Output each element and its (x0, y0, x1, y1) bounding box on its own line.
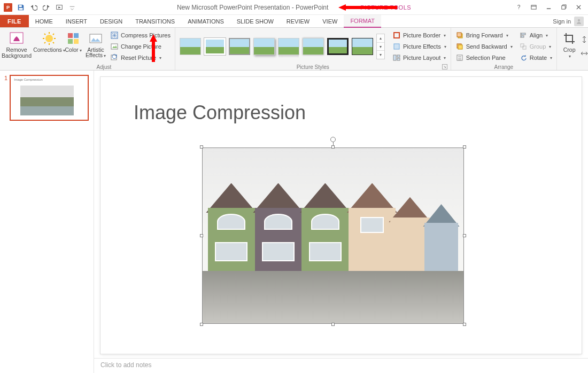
svg-rect-17 (394, 33, 399, 38)
slide[interactable]: Image Compression (100, 77, 582, 354)
save-button[interactable] (15, 2, 27, 13)
picture-layout-button[interactable]: Picture Layout▾ (391, 52, 447, 63)
color-button[interactable]: Color▾ (64, 30, 82, 63)
title-bar: P New Microsoft PowerPoint Presentation … (0, 0, 588, 15)
resize-handle-ml[interactable] (200, 234, 203, 237)
close-button[interactable] (572, 2, 585, 13)
selection-pane-button[interactable]: Selection Pane (454, 52, 514, 63)
svg-rect-19 (393, 55, 396, 60)
tab-insert[interactable]: INSERT (59, 15, 94, 27)
notes-pane[interactable]: Click to add notes (94, 358, 588, 373)
ribbon-display-options-button[interactable] (527, 2, 540, 13)
ribbon: Remove Background Corrections▾ Color▾ Ar… (0, 28, 588, 71)
tab-view[interactable]: VIEW (316, 15, 344, 27)
align-button[interactable]: Align▾ (518, 30, 553, 41)
selection-pane-icon (455, 53, 464, 62)
help-button[interactable]: ? (512, 2, 525, 13)
crop-button[interactable]: Crop▾ (560, 30, 578, 62)
style-thumb-framed[interactable] (204, 38, 226, 55)
svg-rect-23 (457, 33, 461, 37)
corrections-icon (41, 31, 57, 46)
slide-thumbnail-1[interactable]: Image Compression (10, 75, 89, 121)
style-thumb-simple[interactable] (180, 38, 201, 55)
picture-border-button[interactable]: Picture Border▾ (391, 30, 447, 41)
svg-rect-30 (523, 46, 526, 49)
resize-handle-mr[interactable] (463, 234, 466, 237)
svg-rect-12 (74, 39, 79, 44)
tab-file[interactable]: FILE (0, 15, 29, 27)
style-thumb-dark-frame[interactable] (327, 38, 349, 55)
change-picture-button[interactable]: Change Picture (109, 41, 172, 52)
svg-point-6 (578, 19, 580, 21)
svg-rect-27 (521, 33, 525, 35)
compress-pictures-button[interactable]: Compress Pictures (109, 30, 172, 41)
rotate-icon (519, 53, 528, 62)
slide-canvas-area[interactable]: Image Compression (94, 71, 588, 358)
selected-picture[interactable] (202, 147, 464, 324)
gallery-expand-button[interactable]: ▴▾▾ (376, 34, 385, 59)
resize-handle-tm[interactable] (331, 145, 335, 149)
slide-title-text[interactable]: Image Compression (134, 102, 306, 124)
svg-rect-10 (74, 33, 79, 38)
avatar-icon (574, 17, 584, 26)
send-backward-icon (455, 42, 464, 51)
width-control[interactable]: Width: 7.14" ▴▾ (581, 48, 588, 60)
picture-effects-button[interactable]: Picture Effects▾ (391, 41, 447, 52)
qat-customize-button[interactable] (66, 2, 78, 13)
style-thumb-shadow[interactable] (253, 38, 275, 55)
artistic-effects-icon (88, 31, 104, 46)
remove-background-button[interactable]: Remove Background (3, 30, 30, 62)
resize-handle-tr[interactable] (463, 145, 466, 149)
notes-placeholder: Click to add notes (100, 361, 151, 369)
tab-design[interactable]: DESIGN (94, 15, 129, 27)
picture-styles-gallery[interactable]: ▴▾▾ (179, 33, 386, 60)
svg-rect-21 (397, 58, 400, 60)
send-backward-button[interactable]: Send Backward▾ (454, 41, 514, 52)
svg-text:?: ? (517, 4, 520, 10)
tab-format[interactable]: FORMAT (344, 15, 381, 28)
slide-thumbnail-pane[interactable]: 1 Image Compression (0, 71, 94, 373)
resize-handle-bl[interactable] (200, 323, 203, 326)
svg-rect-5 (561, 6, 564, 9)
redo-button[interactable] (41, 2, 52, 13)
artistic-effects-button[interactable]: Artistic Effects▾ (84, 30, 107, 63)
start-from-beginning-button[interactable] (53, 2, 65, 13)
style-thumb-metal[interactable] (229, 38, 250, 55)
picture-border-icon (392, 31, 401, 40)
thumb-title: Image Compression (14, 78, 43, 81)
rotate-button[interactable]: Rotate▾ (518, 52, 553, 63)
svg-point-8 (45, 35, 53, 42)
svg-rect-0 (19, 5, 22, 7)
tab-slideshow[interactable]: SLIDE SHOW (230, 15, 280, 27)
height-control[interactable]: Height: 4.76" ▴▾ (581, 34, 588, 46)
reset-picture-button[interactable]: Reset Picture▾ (109, 52, 172, 63)
app-icon: P (2, 2, 14, 13)
style-thumb-thin-dark[interactable] (352, 38, 373, 55)
resize-handle-br[interactable] (463, 323, 466, 326)
tab-animations[interactable]: ANIMATIONS (181, 15, 230, 27)
remove-background-icon (9, 31, 25, 46)
align-icon (519, 31, 528, 40)
width-icon (581, 50, 588, 58)
minimize-button[interactable] (542, 2, 555, 13)
sign-in-label: Sign in (553, 18, 571, 25)
restore-button[interactable] (557, 2, 570, 13)
rotate-handle[interactable] (330, 137, 336, 142)
corrections-button[interactable]: Corrections▾ (36, 30, 62, 63)
tab-home[interactable]: HOME (29, 15, 59, 27)
style-thumb-soft[interactable] (303, 38, 324, 55)
tab-review[interactable]: REVIEW (280, 15, 316, 27)
bring-forward-button[interactable]: Bring Forward▾ (454, 30, 514, 41)
resize-handle-bm[interactable] (331, 323, 335, 326)
undo-button[interactable] (28, 2, 40, 13)
bring-forward-icon (455, 31, 464, 40)
group-button[interactable]: Group▾ (518, 41, 553, 52)
picture-styles-dialog-launcher[interactable]: ↘ (442, 64, 447, 69)
resize-handle-tl[interactable] (200, 145, 203, 149)
tab-transitions[interactable]: TRANSITIONS (129, 15, 181, 27)
svg-rect-18 (394, 44, 399, 49)
group-icon (519, 42, 528, 51)
style-thumb-reflect[interactable] (278, 38, 299, 55)
sign-in-link[interactable]: Sign in (553, 15, 588, 27)
group-label-picture-styles: Picture Styles ↘ (179, 63, 447, 70)
